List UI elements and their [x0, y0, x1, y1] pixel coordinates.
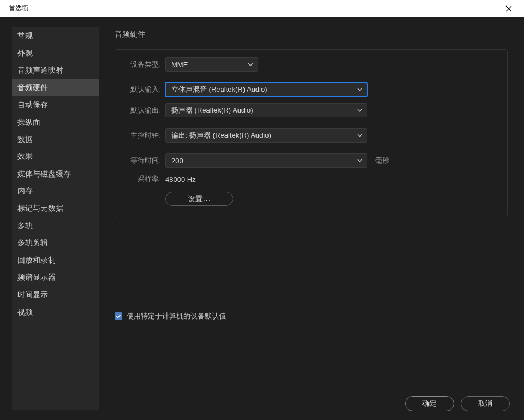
sidebar-item-playback[interactable]: 回放和录制 [12, 252, 99, 269]
select-value: 扬声器 (Realtek(R) Audio) [171, 105, 253, 115]
sidebar-item-appearance[interactable]: 外观 [12, 45, 99, 62]
sidebar-item-time[interactable]: 时间显示 [12, 286, 99, 304]
select-default-input[interactable]: 立体声混音 (Realtek(R) Audio) [165, 82, 367, 97]
chevron-down-icon [248, 62, 253, 67]
close-button[interactable] [498, 1, 520, 17]
chevron-down-icon [357, 108, 362, 113]
sidebar-item-autosave[interactable]: 自动保存 [12, 96, 99, 114]
sidebar-item-spectral[interactable]: 频谱显示器 [12, 269, 99, 286]
main-panel: 音频硬件 设备类型: MME 默认输入: 立体声混音 (Realtek(R) A… [115, 29, 508, 217]
checkbox-row: 使用特定于计算机的设备默认值 [115, 311, 226, 321]
sample-rate-value: 48000 Hz [165, 175, 196, 184]
row-device-type: 设备类型: MME [124, 57, 498, 72]
select-latency[interactable]: 200 [165, 153, 367, 168]
row-sample-rate: 采样率: 48000 Hz [124, 174, 498, 184]
sidebar-item-effects[interactable]: 效果 [12, 148, 99, 165]
form-panel: 设备类型: MME 默认输入: 立体声混音 (Realtek(R) Audio)… [115, 49, 508, 217]
ok-button[interactable]: 确定 [405, 396, 454, 411]
select-master-clock[interactable]: 输出: 扬声器 (Realtek(R) Audio) [165, 128, 367, 143]
sidebar-item-media-cache[interactable]: 媒体与磁盘缓存 [12, 165, 99, 183]
select-default-output[interactable]: 扬声器 (Realtek(R) Audio) [165, 103, 367, 117]
window-title: 首选项 [9, 4, 28, 13]
sidebar: 常规 外观 音频声道映射 音频硬件 自动保存 操纵面 数据 效果 媒体与磁盘缓存… [12, 27, 99, 410]
check-icon [116, 313, 121, 319]
row-default-input: 默认输入: 立体声混音 (Realtek(R) Audio) [124, 82, 498, 97]
sidebar-item-audio-hardware[interactable]: 音频硬件 [12, 79, 99, 97]
row-latency: 等待时间: 200 毫秒 [124, 153, 498, 168]
chevron-down-icon [357, 158, 362, 163]
checkbox-label: 使用特定于计算机的设备默认值 [127, 311, 226, 321]
checkbox-machine-defaults[interactable] [115, 312, 122, 320]
row-default-output: 默认输出: 扬声器 (Realtek(R) Audio) [124, 103, 498, 117]
sidebar-item-general[interactable]: 常规 [12, 27, 99, 45]
sidebar-item-control-surface[interactable]: 操纵面 [12, 114, 99, 131]
label-default-output: 默认输出: [124, 105, 161, 115]
sidebar-item-video[interactable]: 视频 [12, 304, 99, 321]
chevron-down-icon [357, 87, 362, 92]
label-default-input: 默认输入: [124, 85, 161, 94]
label-master-clock: 主控时钟: [124, 131, 161, 140]
label-sample-rate: 采样率: [124, 174, 161, 184]
close-icon [505, 5, 512, 12]
sidebar-item-multitrack-clips[interactable]: 多轨剪辑 [12, 234, 99, 252]
sidebar-item-data[interactable]: 数据 [12, 131, 99, 149]
content: 常规 外观 音频声道映射 音频硬件 自动保存 操纵面 数据 效果 媒体与磁盘缓存… [0, 17, 524, 420]
section-title: 音频硬件 [115, 29, 508, 39]
select-value: MME [171, 61, 188, 69]
settings-button[interactable]: 设置... [165, 192, 233, 206]
cancel-button[interactable]: 取消 [461, 396, 510, 411]
select-value: 200 [171, 157, 183, 165]
sidebar-item-markers[interactable]: 标记与元数据 [12, 200, 99, 217]
sidebar-item-channel-mapping[interactable]: 音频声道映射 [12, 62, 99, 79]
latency-suffix: 毫秒 [375, 156, 389, 165]
label-latency: 等待时间: [124, 156, 161, 165]
titlebar: 首选项 [0, 0, 524, 17]
row-master-clock: 主控时钟: 输出: 扬声器 (Realtek(R) Audio) [124, 128, 498, 143]
chevron-down-icon [357, 133, 362, 138]
sidebar-item-multitrack[interactable]: 多轨 [12, 217, 99, 235]
sidebar-item-memory[interactable]: 内存 [12, 182, 99, 200]
select-value: 输出: 扬声器 (Realtek(R) Audio) [171, 131, 271, 140]
select-device-type[interactable]: MME [165, 57, 258, 72]
select-value: 立体声混音 (Realtek(R) Audio) [171, 85, 267, 94]
label-device-type: 设备类型: [124, 60, 161, 69]
footer: 确定 取消 [405, 396, 510, 411]
